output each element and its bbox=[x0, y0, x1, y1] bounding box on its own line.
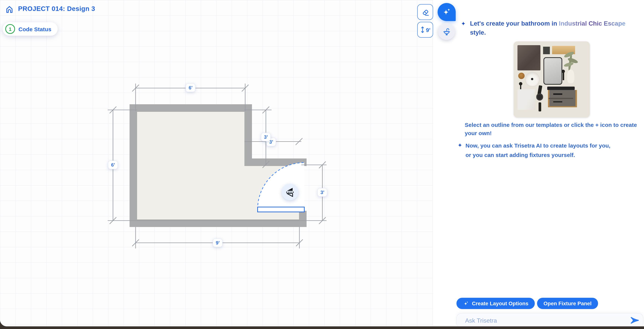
dimension-label-step-vertical: 3' bbox=[261, 133, 271, 141]
ceiling-height-button[interactable]: 9' bbox=[417, 22, 433, 38]
dimension-label-bottom: 9' bbox=[213, 239, 223, 247]
sink-icon bbox=[442, 26, 451, 36]
message-line-1: Now, you can ask Trisetra AI to create l… bbox=[466, 141, 642, 150]
vertical-arrows-icon bbox=[420, 25, 425, 34]
assistant-message-layouts: Now, you can ask Trisetra AI to create l… bbox=[466, 141, 642, 160]
message-prefix: Let's create your bathroom in bbox=[470, 20, 559, 27]
flip-vertical-icon bbox=[286, 186, 294, 198]
message-bullet-icon: ✦ bbox=[461, 20, 466, 27]
floor-plan bbox=[0, 0, 433, 326]
create-layout-label: Create Layout Options bbox=[472, 300, 528, 307]
home-button[interactable] bbox=[4, 4, 14, 14]
white-marble-swatch bbox=[518, 89, 535, 110]
app-window: 6' 6' 3' 3' 3' 9' PROJECT 014: Design 3 bbox=[0, 0, 644, 326]
fixtures-button[interactable] bbox=[438, 23, 455, 40]
wall-faucet-pipe bbox=[563, 71, 564, 80]
wood-bowl bbox=[518, 73, 524, 79]
sink-drain bbox=[531, 78, 533, 80]
dark-square-swatch bbox=[543, 47, 550, 54]
assistant-actions: Create Layout Options Open Fixture Panel bbox=[456, 298, 598, 309]
sparkles-icon bbox=[442, 7, 452, 17]
dimension-label-right: 3' bbox=[318, 188, 328, 197]
sparkles-icon bbox=[463, 300, 469, 307]
dimension-label-top: 6' bbox=[186, 83, 196, 92]
code-status-count: 1 bbox=[5, 24, 15, 34]
ai-assistant-button[interactable] bbox=[438, 3, 456, 21]
ask-trisetra-input[interactable] bbox=[464, 314, 628, 326]
ceiling-height-value: 9' bbox=[426, 26, 430, 33]
eraser-tool-button[interactable] bbox=[417, 4, 433, 20]
screen-bottom-bar bbox=[0, 326, 644, 329]
vase bbox=[567, 69, 574, 83]
vanity-handle-top bbox=[553, 93, 562, 95]
message-suffix: style. bbox=[470, 29, 486, 36]
style-moodboard-image bbox=[514, 41, 590, 117]
vanity-countertop bbox=[547, 87, 574, 90]
flip-door-button[interactable] bbox=[282, 184, 298, 200]
handle-bar bbox=[538, 102, 541, 111]
ask-trisetra-inputbar bbox=[456, 313, 643, 326]
vanity-drawer-divider bbox=[548, 98, 573, 99]
open-fixture-panel-button[interactable]: Open Fixture Panel bbox=[537, 298, 598, 309]
open-fixtures-label: Open Fixture Panel bbox=[544, 300, 592, 307]
door-leaf[interactable] bbox=[258, 207, 304, 212]
app-root: 6' 6' 3' 3' 3' 9' PROJECT 014: Design 3 bbox=[0, 0, 644, 329]
style-name: Industrial Chic Escape bbox=[559, 20, 626, 27]
message-bullet-icon: ✦ bbox=[458, 142, 462, 149]
assistant-message-style: Let's create your bathroom in Industrial… bbox=[470, 19, 638, 37]
design-canvas[interactable]: 6' 6' 3' 3' 3' 9' PROJECT 014: Design 3 bbox=[0, 0, 433, 326]
shower-control bbox=[536, 93, 543, 100]
dimension-label-left: 6' bbox=[108, 161, 118, 169]
eraser-icon bbox=[421, 7, 430, 16]
code-status-label: Code Status bbox=[18, 26, 52, 32]
message-line-2: or you can start adding fixtures yoursel… bbox=[466, 150, 642, 160]
send-button[interactable] bbox=[629, 316, 640, 326]
send-icon bbox=[629, 316, 640, 325]
page-title: PROJECT 014: Design 3 bbox=[18, 5, 95, 13]
code-status-pill[interactable]: 1 Code Status bbox=[3, 22, 58, 36]
dark-marble-swatch bbox=[518, 45, 540, 70]
assistant-tip-text: Select an outline from our templates or … bbox=[465, 121, 644, 137]
create-layout-options-button[interactable]: Create Layout Options bbox=[456, 298, 535, 309]
mirror bbox=[544, 57, 562, 85]
vanity-handle-bottom bbox=[553, 101, 562, 102]
home-icon bbox=[4, 4, 14, 14]
